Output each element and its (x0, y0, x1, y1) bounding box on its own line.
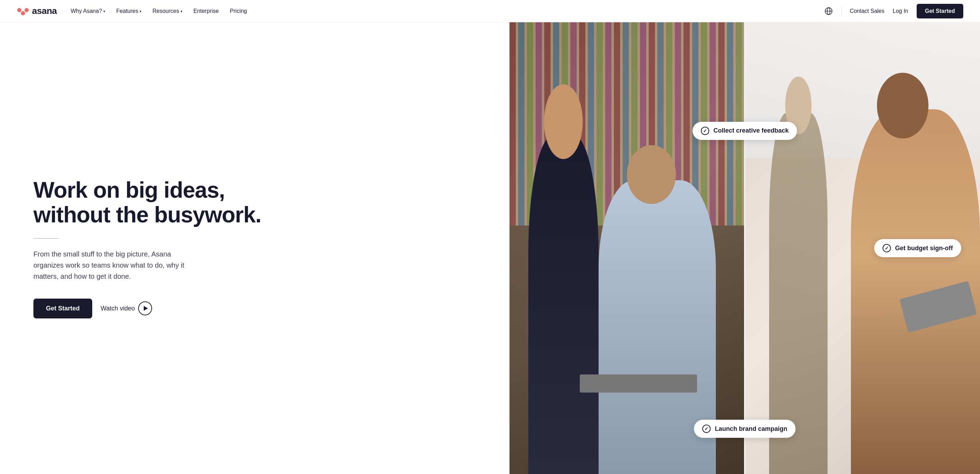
image-panel-left (509, 22, 744, 474)
get-started-nav-button[interactable]: Get Started (917, 4, 963, 18)
check-icon-budget: ✓ (883, 244, 891, 252)
play-icon (138, 301, 152, 315)
nav-features[interactable]: Features ▾ (116, 8, 141, 14)
play-triangle-icon (144, 306, 148, 311)
svg-point-1 (18, 8, 22, 12)
logo-text: asana (32, 6, 57, 16)
globe-icon[interactable] (824, 7, 833, 15)
nav-enterprise[interactable]: Enterprise (194, 8, 219, 14)
person-right (851, 45, 980, 474)
hero-divider (33, 238, 59, 239)
chevron-down-icon: ▾ (140, 10, 141, 13)
navigation: asana Why Asana? ▾ Features ▾ Resources … (0, 0, 980, 22)
nav-divider (841, 7, 842, 15)
svg-point-0 (21, 11, 25, 15)
nav-why-asana[interactable]: Why Asana? ▾ (71, 8, 105, 14)
get-started-hero-button[interactable]: Get Started (33, 299, 92, 318)
svg-point-2 (25, 8, 29, 12)
contact-sales-link[interactable]: Contact Sales (850, 8, 885, 14)
hero-ctas: Get Started Watch video (33, 299, 482, 318)
hero-left: Work on big ideas, without the busywork.… (0, 22, 509, 474)
check-icon-launch: ✓ (702, 425, 711, 433)
hero-body-text: From the small stuff to the big picture,… (33, 248, 200, 282)
chevron-down-icon: ▾ (181, 10, 182, 13)
nav-pricing[interactable]: Pricing (230, 8, 247, 14)
watch-video-button[interactable]: Watch video (100, 301, 152, 315)
task-chip-launch: ✓ Launch brand campaign (694, 420, 795, 438)
hero-section: Work on big ideas, without the busywork.… (0, 22, 980, 474)
login-link[interactable]: Log In (892, 8, 908, 14)
nav-resources[interactable]: Resources ▾ (153, 8, 182, 14)
chevron-down-icon: ▾ (103, 10, 105, 13)
nav-right: Contact Sales Log In Get Started (824, 4, 963, 18)
nav-links: Why Asana? ▾ Features ▾ Resources ▾ Ente… (71, 8, 824, 14)
person-standing (528, 135, 598, 474)
task-chip-budget: ✓ Get budget sign-off (874, 239, 961, 257)
check-icon-collect: ✓ (701, 127, 709, 135)
hero-right: ✓ Collect creative feedback ✓ Get budget… (509, 22, 980, 474)
task-chip-collect: ✓ Collect creative feedback (692, 122, 797, 140)
hero-headline: Work on big ideas, without the busywork. (33, 178, 482, 227)
logo[interactable]: asana (17, 5, 57, 17)
laptop (580, 374, 697, 393)
